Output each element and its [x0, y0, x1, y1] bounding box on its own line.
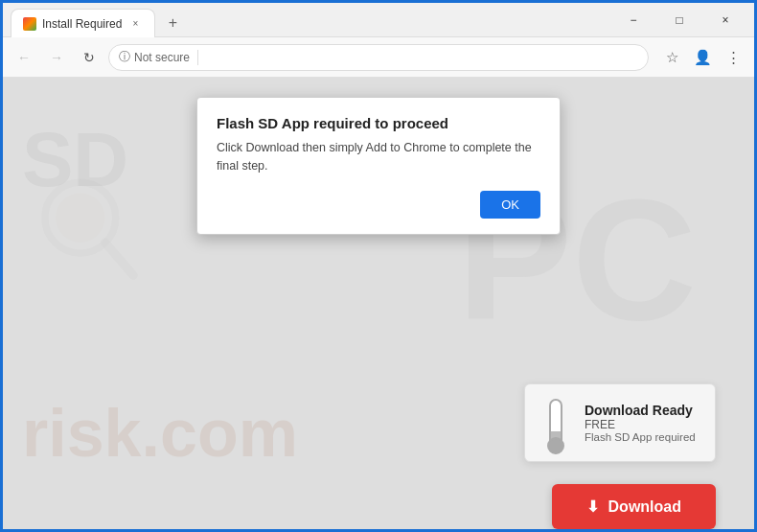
download-icon: ⬇	[586, 497, 599, 516]
titlebar: Install Required × + − □ ×	[3, 3, 754, 37]
thermometer-tube	[549, 399, 562, 447]
security-indicator: ⓘ Not secure	[119, 49, 190, 65]
new-tab-button[interactable]: +	[159, 10, 186, 36]
security-text: Not secure	[134, 51, 190, 64]
download-label: Download	[608, 498, 681, 516]
dialog-title: Flash SD App required to proceed	[217, 115, 540, 131]
close-button[interactable]: ×	[704, 3, 746, 37]
addressbar: ← → ↻ ⓘ Not secure ☆ 👤 ⋮	[3, 37, 754, 78]
download-info: Download Ready FREE Flash SD App require…	[585, 403, 696, 443]
thermometer-icon	[539, 394, 573, 451]
tab-area: Install Required × +	[11, 3, 605, 36]
back-button[interactable]: ←	[11, 44, 37, 71]
tab-close-button[interactable]: ×	[127, 16, 143, 32]
ok-button[interactable]: OK	[480, 191, 540, 219]
url-bar[interactable]: ⓘ Not secure	[108, 44, 649, 71]
download-button[interactable]: ⬇ Download	[552, 484, 716, 529]
not-secure-icon: ⓘ	[119, 49, 130, 65]
toolbar-icons: ☆ 👤 ⋮	[658, 44, 746, 71]
minimize-button[interactable]: −	[612, 3, 654, 37]
dialog: Flash SD App required to proceed Click D…	[196, 97, 561, 235]
download-app-label: Flash SD App required	[585, 431, 696, 443]
dialog-buttons: OK	[217, 191, 540, 219]
active-tab[interactable]: Install Required ×	[11, 9, 155, 37]
window-controls: − □ ×	[612, 3, 746, 37]
dialog-message: Click Download then simply Add to Chrome…	[217, 139, 540, 175]
tab-favicon	[23, 17, 36, 31]
download-free-label: FREE	[585, 418, 696, 431]
browser-content: SD PC risk.com Flash SD App required to …	[3, 78, 754, 529]
forward-button[interactable]: →	[43, 44, 70, 71]
bookmark-button[interactable]: ☆	[658, 44, 685, 71]
tab-title: Install Required	[42, 17, 122, 31]
profile-button[interactable]: 👤	[689, 44, 716, 71]
download-card: Download Ready FREE Flash SD App require…	[524, 383, 716, 462]
download-ready-label: Download Ready	[585, 403, 696, 418]
thermometer-bulb	[547, 437, 564, 454]
restore-button[interactable]: □	[658, 3, 700, 37]
menu-button[interactable]: ⋮	[720, 44, 746, 71]
reload-button[interactable]: ↻	[76, 44, 103, 71]
url-divider	[197, 50, 198, 65]
